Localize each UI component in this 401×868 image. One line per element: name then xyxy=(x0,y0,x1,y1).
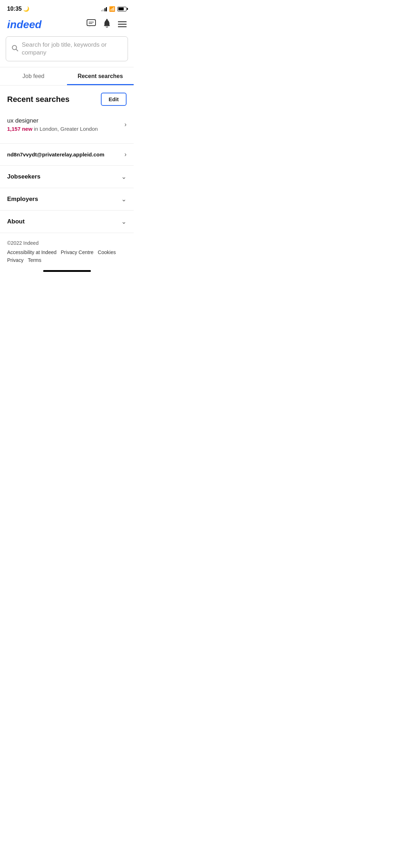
footer-link-accessibility[interactable]: Accessibility at Indeed xyxy=(7,249,57,256)
search-item[interactable]: ux designer 1,157 new in London, Greater… xyxy=(0,112,134,138)
footer-copyright: ©2022 Indeed xyxy=(7,240,127,246)
recent-searches-title: Recent searches xyxy=(7,95,70,104)
edit-button[interactable]: Edit xyxy=(101,93,127,106)
notifications-icon[interactable] xyxy=(103,19,111,30)
menu-section: nd8n7vvydt@privaterelay.appleid.com › Jo… xyxy=(0,143,134,233)
home-indicator xyxy=(0,263,134,275)
tabs-container: Job feed Recent searches xyxy=(0,67,134,86)
footer: ©2022 Indeed Accessibility at Indeed Pri… xyxy=(0,233,134,263)
jobseekers-menu-item[interactable]: Jobseekers ⌄ xyxy=(0,165,134,188)
footer-link-privacy-centre[interactable]: Privacy Centre xyxy=(61,249,94,256)
header: indeed xyxy=(0,16,134,36)
search-bar[interactable]: Search for job title, keywords or compan… xyxy=(6,36,128,61)
search-placeholder: Search for job title, keywords or compan… xyxy=(22,41,122,57)
search-item-content: ux designer 1,157 new in London, Greater… xyxy=(7,117,121,132)
email-text: nd8n7vvydt@privaterelay.appleid.com xyxy=(7,151,104,157)
signal-icon xyxy=(101,6,107,11)
tab-recent-searches[interactable]: Recent searches xyxy=(67,67,134,85)
search-container: Search for job title, keywords or compan… xyxy=(0,36,134,67)
search-item-title: ux designer xyxy=(7,117,121,124)
about-menu-item[interactable]: About ⌄ xyxy=(0,210,134,233)
chevron-down-icon: ⌄ xyxy=(121,218,127,226)
main-content: Recent searches Edit ux designer 1,157 n… xyxy=(0,86,134,263)
about-label: About xyxy=(7,218,25,225)
chevron-right-icon: › xyxy=(124,121,127,128)
footer-links: Accessibility at Indeed Privacy Centre C… xyxy=(7,249,127,263)
status-bar: 10:35 🌙 📶 xyxy=(0,0,134,16)
wifi-icon: 📶 xyxy=(109,6,115,12)
footer-link-terms[interactable]: Terms xyxy=(28,257,41,263)
status-icons: 📶 xyxy=(101,6,127,12)
logo-text: indeed xyxy=(7,19,42,31)
svg-line-8 xyxy=(16,49,18,51)
recent-searches-header: Recent searches Edit xyxy=(0,86,134,112)
messages-icon[interactable] xyxy=(87,19,96,30)
chevron-right-icon: › xyxy=(124,151,127,158)
home-bar xyxy=(43,270,91,272)
header-icons xyxy=(87,19,127,30)
menu-icon[interactable] xyxy=(118,20,127,30)
moon-icon: 🌙 xyxy=(23,6,29,12)
employers-label: Employers xyxy=(7,196,38,203)
search-item-meta: 1,157 new in London, Greater London xyxy=(7,126,121,132)
tab-job-feed[interactable]: Job feed xyxy=(0,67,67,85)
indeed-logo: indeed xyxy=(7,19,42,31)
new-count: 1,157 new xyxy=(7,126,32,132)
search-item-location: in London, Greater London xyxy=(34,126,98,132)
search-icon xyxy=(12,45,18,53)
jobseekers-label: Jobseekers xyxy=(7,173,41,180)
footer-link-cookies[interactable]: Cookies xyxy=(98,249,116,256)
chevron-down-icon: ⌄ xyxy=(121,173,127,181)
chevron-down-icon: ⌄ xyxy=(121,195,127,203)
status-time: 10:35 🌙 xyxy=(7,6,29,12)
svg-rect-0 xyxy=(87,20,96,26)
email-menu-item[interactable]: nd8n7vvydt@privaterelay.appleid.com › xyxy=(0,143,134,165)
battery-icon xyxy=(117,7,127,11)
footer-link-privacy[interactable]: Privacy xyxy=(7,257,24,263)
svg-point-3 xyxy=(106,19,108,20)
employers-menu-item[interactable]: Employers ⌄ xyxy=(0,188,134,210)
